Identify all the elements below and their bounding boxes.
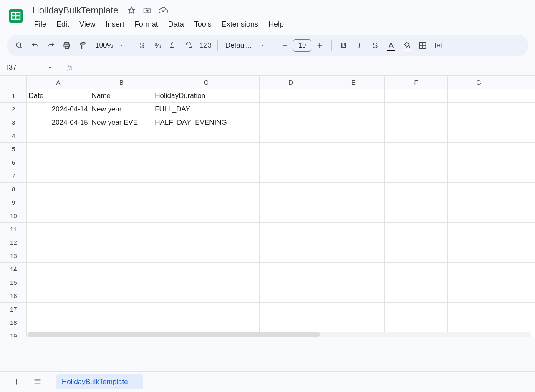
- menu-edit[interactable]: Edit: [52, 18, 73, 30]
- move-icon[interactable]: [142, 5, 152, 15]
- cell[interactable]: [447, 263, 510, 276]
- cell[interactable]: [385, 289, 447, 303]
- row-header[interactable]: 5: [0, 143, 27, 156]
- row-header[interactable]: 9: [0, 196, 27, 209]
- row-header[interactable]: 3: [0, 116, 27, 129]
- cell[interactable]: [260, 116, 322, 129]
- sheet-tab-active[interactable]: HolidayBulkTemplate: [56, 374, 143, 389]
- cell[interactable]: [153, 156, 260, 169]
- cell[interactable]: [322, 303, 385, 316]
- undo-button[interactable]: [28, 38, 43, 53]
- cell[interactable]: [27, 316, 90, 329]
- menu-data[interactable]: Data: [164, 18, 188, 30]
- col-header-extra[interactable]: [510, 76, 535, 89]
- cell[interactable]: [510, 236, 535, 249]
- row-header[interactable]: 15: [0, 276, 27, 289]
- cell[interactable]: [260, 156, 322, 169]
- cell[interactable]: [385, 316, 447, 329]
- cell[interactable]: [260, 183, 322, 196]
- cell[interactable]: [27, 143, 90, 156]
- cell[interactable]: [385, 156, 447, 169]
- col-header-A[interactable]: A: [27, 76, 90, 89]
- col-header-B[interactable]: B: [90, 76, 153, 89]
- menu-tools[interactable]: Tools: [190, 18, 216, 30]
- sheets-logo-icon[interactable]: [7, 4, 25, 28]
- cell[interactable]: [90, 129, 153, 143]
- cell[interactable]: [385, 236, 447, 249]
- row-header[interactable]: 19: [0, 329, 27, 338]
- cell[interactable]: [447, 289, 510, 303]
- row-header[interactable]: 2: [0, 103, 27, 116]
- cell[interactable]: [447, 156, 510, 169]
- cell[interactable]: [260, 236, 322, 249]
- cell[interactable]: [27, 303, 90, 316]
- cell[interactable]: New year: [90, 103, 153, 116]
- font-size-input[interactable]: 10: [293, 39, 311, 52]
- cell[interactable]: [90, 156, 153, 169]
- bold-button[interactable]: B: [336, 38, 351, 53]
- cell[interactable]: [90, 303, 153, 316]
- cell[interactable]: [27, 129, 90, 143]
- italic-button[interactable]: I: [352, 38, 367, 53]
- cell[interactable]: [385, 209, 447, 223]
- row-header[interactable]: 16: [0, 289, 27, 303]
- cell[interactable]: HolidayDuration: [153, 89, 260, 103]
- cell[interactable]: [260, 103, 322, 116]
- merge-cells-button[interactable]: [431, 38, 446, 53]
- row-header[interactable]: 14: [0, 263, 27, 276]
- cell[interactable]: [27, 263, 90, 276]
- cell[interactable]: [153, 249, 260, 263]
- row-header[interactable]: 17: [0, 303, 27, 316]
- cell[interactable]: [322, 143, 385, 156]
- cell[interactable]: 2024-04-14: [27, 103, 90, 116]
- cell[interactable]: [153, 276, 260, 289]
- cell[interactable]: [260, 143, 322, 156]
- cell[interactable]: HALF_DAY_EVENING: [153, 116, 260, 129]
- cell[interactable]: [27, 289, 90, 303]
- cell[interactable]: [27, 183, 90, 196]
- cell[interactable]: [27, 249, 90, 263]
- scrollbar-thumb[interactable]: [28, 332, 320, 337]
- row-header[interactable]: 18: [0, 316, 27, 329]
- cell[interactable]: [260, 316, 322, 329]
- row-header[interactable]: 10: [0, 209, 27, 223]
- cell[interactable]: [385, 116, 447, 129]
- cell[interactable]: [153, 129, 260, 143]
- cell[interactable]: [260, 276, 322, 289]
- cell[interactable]: [510, 143, 535, 156]
- cell[interactable]: [322, 236, 385, 249]
- cell[interactable]: [510, 116, 535, 129]
- cell[interactable]: Name: [90, 89, 153, 103]
- cell[interactable]: [27, 169, 90, 183]
- cell[interactable]: [385, 103, 447, 116]
- cell[interactable]: [90, 183, 153, 196]
- cell[interactable]: [510, 169, 535, 183]
- cell[interactable]: [90, 209, 153, 223]
- cell[interactable]: [153, 316, 260, 329]
- cell[interactable]: [447, 303, 510, 316]
- cell[interactable]: [27, 276, 90, 289]
- cell[interactable]: [260, 196, 322, 209]
- cell[interactable]: [322, 129, 385, 143]
- col-header-G[interactable]: G: [447, 76, 510, 89]
- col-header-D[interactable]: D: [260, 76, 322, 89]
- menu-file[interactable]: File: [30, 18, 50, 30]
- cell[interactable]: [322, 276, 385, 289]
- cell[interactable]: [385, 143, 447, 156]
- cell[interactable]: [153, 236, 260, 249]
- cell[interactable]: [385, 303, 447, 316]
- row-header[interactable]: 12: [0, 236, 27, 249]
- cell[interactable]: [153, 289, 260, 303]
- cell[interactable]: [322, 223, 385, 236]
- cell[interactable]: [27, 223, 90, 236]
- cell[interactable]: [322, 156, 385, 169]
- doc-title[interactable]: HolidayBulkTemplate: [30, 4, 121, 17]
- cell[interactable]: [322, 89, 385, 103]
- cell[interactable]: [447, 89, 510, 103]
- star-icon[interactable]: [126, 5, 136, 15]
- cell[interactable]: [447, 316, 510, 329]
- cell[interactable]: [260, 289, 322, 303]
- percent-button[interactable]: %: [150, 38, 165, 53]
- col-header-F[interactable]: F: [385, 76, 447, 89]
- cell[interactable]: [447, 103, 510, 116]
